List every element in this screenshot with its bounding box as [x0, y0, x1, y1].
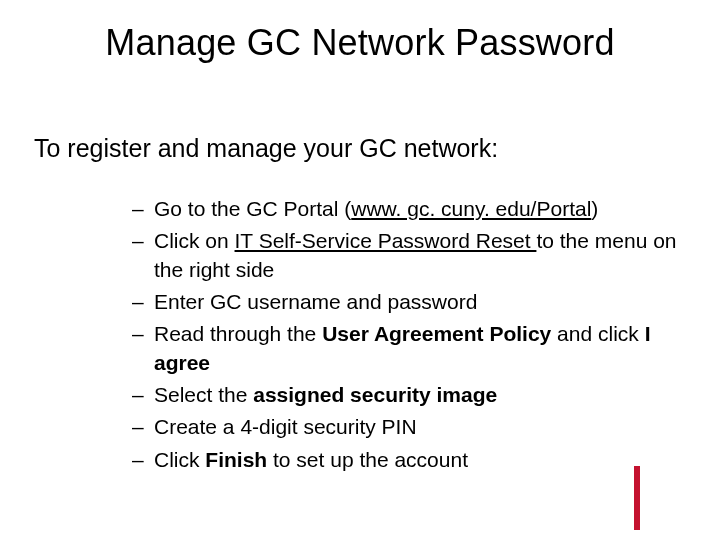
slide: Manage GC Network Password To register a…: [0, 0, 720, 540]
logo-line1: THE: [574, 530, 584, 540]
self-service-link[interactable]: IT Self-Service Password Reset: [235, 229, 537, 252]
logo-line3: CENTER: [594, 530, 604, 540]
bullet-3: Enter GC username and password: [132, 288, 680, 316]
bullet-2: Click on IT Self-Service Password Reset …: [132, 227, 680, 284]
logo-text: THE GRADUATE CENTER CITY UNIVERSITY OF N…: [574, 530, 616, 540]
gc-logo: THE GRADUATE CENTER CITY UNIVERSITY OF N…: [634, 466, 710, 530]
intro-text: To register and manage your GC network:: [34, 134, 498, 163]
bullet-5-pre: Select the: [154, 383, 253, 406]
bullet-5: Select the assigned security image: [132, 381, 680, 409]
slide-title: Manage GC Network Password: [0, 22, 720, 64]
bullet-4-pre: Read through the: [154, 322, 322, 345]
logo-line2: GRADUATE: [584, 530, 594, 540]
bullet-7-post: to set up the account: [273, 448, 468, 471]
bullet-6: Create a 4-digit security PIN: [132, 413, 680, 441]
bullet-1-post: ): [591, 197, 598, 220]
bullet-4-mid: and click: [557, 322, 645, 345]
bullet-7-bold: Finish: [205, 448, 273, 471]
bullet-5-bold: assigned security image: [253, 383, 497, 406]
bullet-1-pre: Go to the GC Portal (: [154, 197, 351, 220]
bullet-4-bold1: User Agreement Policy: [322, 322, 557, 345]
logo-bar-icon: [634, 466, 640, 530]
bullet-7-pre: Click: [154, 448, 205, 471]
bullet-1: Go to the GC Portal (www. gc. cuny. edu/…: [132, 195, 680, 223]
bullet-2-pre: Click on: [154, 229, 235, 252]
bullet-4: Read through the User Agreement Policy a…: [132, 320, 680, 377]
logo-sub: CITY UNIVERSITY OF NEW YORK: [604, 530, 616, 540]
bullet-7: Click Finish to set up the account: [132, 446, 680, 474]
portal-link[interactable]: www. gc. cuny. edu/Portal: [351, 197, 591, 220]
bullet-list: Go to the GC Portal (www. gc. cuny. edu/…: [92, 195, 680, 478]
